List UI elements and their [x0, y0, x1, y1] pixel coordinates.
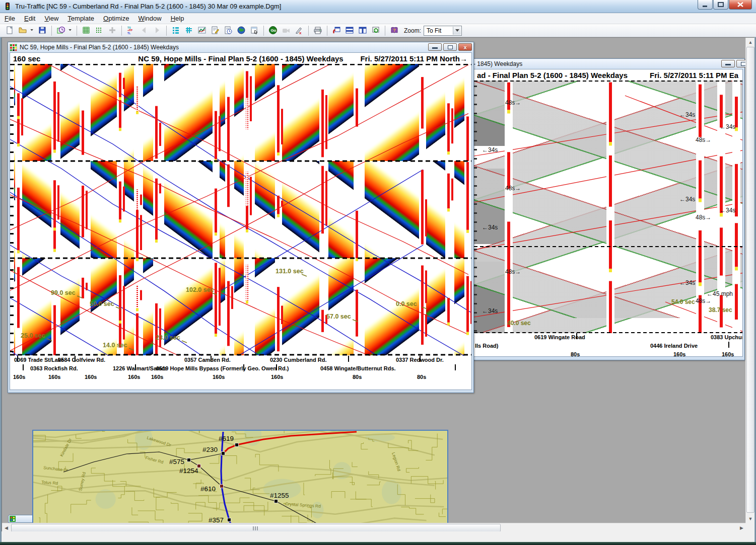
scroll-left-icon[interactable]: ◀	[2, 523, 11, 531]
travel-time-annotation: 131.0 sec	[276, 268, 304, 275]
band-width-annotation: ←34s	[679, 111, 695, 118]
child-minimize-button[interactable]	[721, 60, 735, 67]
band-width-annotation: 48s→	[696, 214, 711, 221]
horizontal-scroll-thumb[interactable]	[11, 524, 501, 531]
vertical-scroll-thumb[interactable]	[746, 47, 754, 513]
minimize-button[interactable]	[698, 0, 713, 10]
vertical-scrollbar[interactable]: ▲ ▼	[745, 38, 754, 523]
cycle-length-label: 160s	[151, 374, 163, 380]
go-icon[interactable]: Go	[266, 25, 280, 36]
zoom-value: To Fit	[427, 27, 441, 34]
band-width-annotation: ←34s	[720, 123, 735, 130]
camera-icon	[280, 25, 293, 36]
signal-node-marker	[220, 485, 224, 488]
map-window[interactable]: Lakewood DrFisher RdKindale DrSunchase D…	[32, 430, 448, 531]
right-window-titlebar[interactable]: - 1845) Weekdays	[472, 59, 744, 69]
chevron-down-icon[interactable]	[453, 27, 461, 35]
right-time-space-diagram[interactable]: 48s→←34s←34s48s→←34s48s→←34s←34s48s→←34s…	[474, 81, 742, 333]
toolbar-separator	[51, 26, 52, 36]
signal-node-marker	[187, 458, 191, 462]
left-time-space-diagram[interactable]: 99.0 sec50.0 sec25.0 sec14.0 sec23.0 sec…	[10, 64, 471, 356]
scroll-up-icon[interactable]: ▲	[746, 38, 754, 46]
traffic-light-icon	[3, 2, 12, 11]
grid-ticks-icon[interactable]	[93, 25, 106, 36]
time-space-clock-icon[interactable]	[54, 25, 67, 36]
status-bar	[2, 531, 754, 542]
mdi-client-area: - 1845) Weekdays ad - Final Plan 5-2 (16…	[2, 37, 754, 531]
signal-node-label: #619	[219, 435, 234, 442]
band-width-annotation: ←34s	[720, 207, 735, 214]
child-minimize-button[interactable]	[428, 43, 442, 51]
travel-time-annotation: 57.0 sec	[326, 313, 351, 320]
cycle-length-label: 160s	[722, 351, 734, 357]
menu-item-help[interactable]: Help	[166, 14, 189, 23]
band-width-annotation: 48s→	[696, 136, 711, 143]
left-window-titlebar[interactable]: NC 59, Hope Mills - Final Plan 5-2 (1600…	[8, 42, 473, 52]
band-width-annotation: ←34s	[482, 146, 498, 153]
toolbar-separator	[121, 26, 122, 36]
menu-item-view[interactable]: View	[40, 14, 63, 23]
left-diagram-footer: 0069 Trade St/Lake0584 Golfview Rd.0357 …	[10, 356, 471, 384]
report-clock-icon[interactable]	[222, 25, 235, 36]
open-file-icon[interactable]	[16, 25, 29, 36]
child-close-button[interactable]: x	[458, 43, 472, 51]
time-space-window-cumberland[interactable]: - 1845) Weekdays ad - Final Plan 5-2 (16…	[471, 58, 745, 360]
report-pencil-icon[interactable]	[209, 25, 222, 36]
window-frame-left	[0, 37, 2, 542]
main-titlebar[interactable]: Tru-Traffic [NC 59 - Cumberland Rd - Fin…	[0, 0, 756, 13]
properties-icon[interactable]	[248, 25, 261, 36]
band-width-annotation: 48s→	[505, 99, 521, 106]
chart-view-icon[interactable]	[195, 25, 209, 36]
menu-item-file[interactable]: File	[0, 14, 20, 23]
zoom-label: Zoom:	[404, 27, 421, 34]
new-file-icon[interactable]	[3, 25, 16, 36]
intersection-label: 0357 Camden Rd.	[184, 357, 231, 363]
print-icon[interactable]	[311, 25, 324, 36]
child-restore-button[interactable]	[443, 43, 457, 51]
add-icon	[106, 25, 119, 36]
signal-tick	[455, 364, 456, 370]
save-icon[interactable]	[36, 25, 49, 36]
menu-item-edit[interactable]: Edit	[20, 14, 40, 23]
scrollbar-corner	[745, 523, 754, 531]
signal-tick	[348, 356, 349, 362]
intersection-label: 0363 Rockfish Rd.	[30, 365, 78, 371]
zoom-combobox[interactable]: To Fit	[424, 26, 462, 36]
horizontal-scrollbar[interactable]: ◀ ▶	[2, 523, 746, 531]
right-header-datetime: Fri. 5/27/2011 5:11 PM Ea	[650, 71, 738, 80]
clock-dropdown-icon[interactable]	[67, 25, 74, 36]
map-canvas[interactable]: Lakewood DrFisher RdKindale DrSunchase D…	[33, 431, 447, 531]
scroll-down-icon[interactable]: ▼	[746, 514, 754, 523]
help-book-icon[interactable]: ?	[388, 25, 401, 36]
scroll-right-icon[interactable]: ▶	[737, 523, 746, 531]
maximize-button[interactable]	[713, 0, 728, 10]
menu-item-optimize[interactable]: Optimize	[99, 14, 133, 23]
travel-time-annotation: 102.0 sec	[186, 286, 214, 293]
menu-item-template[interactable]: Template	[63, 14, 99, 23]
grid-dense-icon[interactable]	[80, 25, 93, 36]
window-red-icon[interactable]	[330, 25, 343, 36]
refresh-windows-icon[interactable]	[369, 25, 382, 36]
toolbar-separator	[385, 26, 385, 36]
menu-item-window[interactable]: Window	[133, 14, 166, 23]
split-horizontal-icon[interactable]	[343, 25, 356, 36]
grid-view-icon[interactable]	[182, 25, 195, 36]
left-window-title: NC 59, Hope Mills - Final Plan 5-2 (1600…	[20, 44, 179, 51]
right-diagram-header: ad - Final Plan 5-2 (1600 - 1845) Weekda…	[474, 69, 742, 81]
travel-time-annotation: 25.0 sec	[21, 332, 45, 339]
globe-icon[interactable]	[235, 25, 248, 36]
band-width-annotation: ←34s	[679, 279, 695, 286]
open-dropdown-icon[interactable]	[29, 25, 36, 36]
time-space-window-hope-mills[interactable]: NC 59, Hope Mills - Final Plan 5-2 (1600…	[8, 42, 474, 393]
close-button[interactable]	[729, 0, 752, 10]
intersection-label: 0337 Redwood Dr.	[396, 357, 444, 363]
ts-pp-tl-icon[interactable]: TS+PPTL	[124, 25, 138, 36]
cycle-length-label: 160s	[48, 374, 60, 380]
pen-erase-icon[interactable]: x	[293, 25, 306, 36]
window-frame-bottom	[0, 542, 756, 545]
svg-text:Go: Go	[270, 28, 276, 33]
toolbar-separator	[166, 26, 167, 36]
list-view-icon[interactable]	[169, 25, 182, 36]
map-window-icon	[10, 516, 16, 522]
split-vertical-icon[interactable]	[356, 25, 369, 36]
